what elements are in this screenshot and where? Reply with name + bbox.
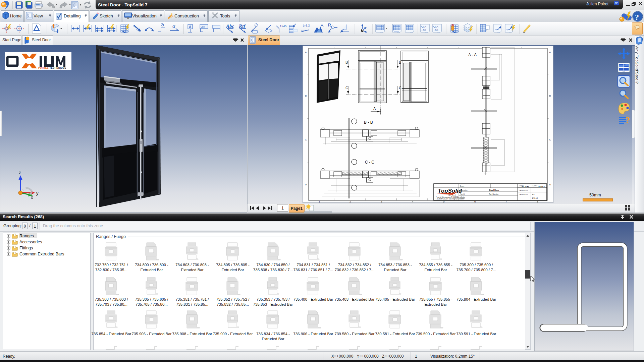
svg-text:1/10 A3: 1/10 A3 (532, 197, 538, 199)
svg-text:A: A (189, 25, 192, 29)
svg-text:B: B (549, 94, 551, 97)
svg-text:D: D (305, 183, 307, 186)
svg-text:ΔA: ΔA (435, 25, 438, 28)
svg-text:ΔB: ΔB (423, 28, 426, 32)
svg-text:Fittings: Fittings (19, 246, 33, 250)
svg-text:29.03in 2: 29.03in 2 (538, 185, 545, 187)
svg-text:Common Extruded Bars: Common Extruded Bars (19, 252, 64, 256)
svg-text:1:Coffee: 1:Coffee (532, 185, 537, 187)
svg-text:z: z (19, 170, 21, 175)
svg-text:A 0: A 0 (532, 193, 534, 195)
svg-text:4: 4 (412, 200, 414, 203)
svg-text:A - A: A - A (468, 53, 477, 57)
svg-text:ΔB: ΔB (435, 28, 438, 32)
svg-text:Ranges: Ranges (19, 234, 34, 238)
svg-text:B: B (345, 60, 348, 64)
svg-text:x: x (31, 195, 33, 199)
svg-text:1×45: 1×45 (280, 24, 286, 28)
svg-text:ΔA: ΔA (423, 25, 426, 28)
svg-text:B - B: B - B (364, 120, 373, 125)
svg-text:PORTES TECHNIQUES: PORTES TECHNIQUES (38, 67, 66, 69)
svg-text:C - C: C - C (365, 160, 374, 165)
svg-text:A: A (305, 51, 307, 54)
svg-text:24/06/2020: 24/06/2020 (519, 193, 528, 195)
svg-text:?: ? (635, 13, 639, 21)
svg-text:?: ? (626, 115, 630, 125)
svg-text:Abc: Abc (226, 23, 234, 29)
svg-text:Steel: Steel (448, 194, 457, 196)
svg-text:Steel Door: Steel Door (489, 189, 499, 191)
svg-text:C: C (305, 138, 307, 141)
svg-text:24/06/2020: 24/06/2020 (519, 189, 528, 191)
svg-text:y: y (36, 191, 39, 196)
svg-text:A: A (373, 107, 376, 111)
svg-text:B: B (305, 94, 307, 97)
svg-text:Accessories: Accessories (19, 240, 42, 244)
svg-text:C: C (549, 138, 551, 141)
svg-text:3: 3 (381, 200, 382, 203)
svg-text:Description: Description (460, 189, 468, 191)
svg-text:R: R (328, 23, 331, 27)
svg-text:Rtf: Rtf (238, 23, 246, 29)
svg-text:α: α (172, 23, 175, 29)
svg-text:Plan Id: Plan Id (460, 193, 465, 195)
svg-text:A: A (549, 51, 551, 54)
svg-text:OA: OA (201, 25, 205, 28)
svg-text:B: B (399, 60, 401, 64)
svg-text:C: C (345, 86, 348, 90)
svg-text:Project: Project (460, 197, 465, 199)
svg-text:Part Number: Part Number (489, 193, 499, 195)
svg-text:1: 1 (319, 200, 320, 203)
svg-text:987,81 kg: 987,81 kg (522, 185, 529, 187)
svg-text:C: C (399, 86, 401, 90)
svg-text:▷1:2: ▷1:2 (303, 24, 310, 27)
svg-text:Drawn: Drawn (460, 185, 465, 187)
svg-text:2: 2 (350, 200, 351, 203)
svg-text:D: D (549, 183, 551, 186)
